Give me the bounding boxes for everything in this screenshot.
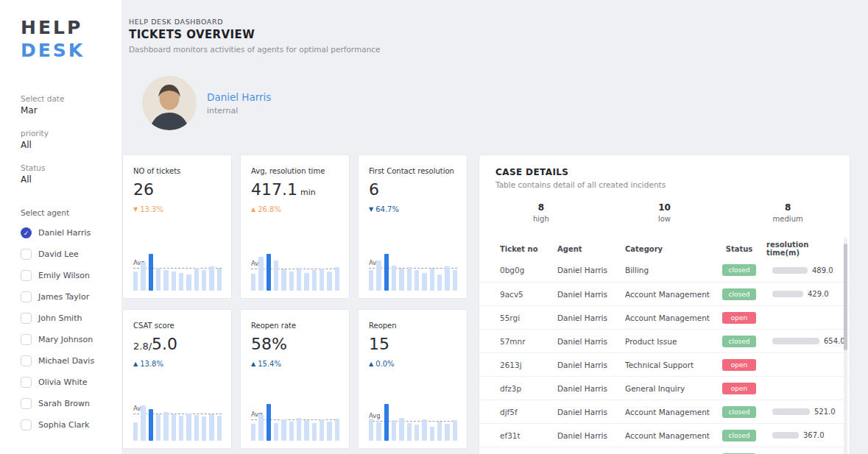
- kpi-value: 417.1: [251, 180, 297, 199]
- priority-summary-item: 8 high: [479, 202, 603, 223]
- agent-checkbox[interactable]: [21, 419, 32, 430]
- kpi-title: Avg, resolution time: [251, 167, 339, 175]
- agent-list-item[interactable]: Michael Davis: [21, 355, 114, 366]
- sidebar: HELP DESK Select date Mar priority All S…: [0, 0, 121, 454]
- col-resolution-time: resolution time(m): [766, 241, 841, 257]
- kpi-grid: NO of tickets 26 ▼ 13.3% Avg Avg, resolu…: [122, 155, 467, 449]
- cell-agent: Daniel Harris: [557, 431, 625, 440]
- cell-category: Product Issue: [625, 337, 712, 346]
- chart-bar: [274, 423, 278, 441]
- delta-label: 26.8%: [258, 205, 281, 213]
- kpi-value-row: 2.8/ 5.0: [133, 335, 222, 353]
- table-row[interactable]: 55rgi Daniel Harris Account Management o…: [479, 305, 850, 329]
- agent-name: Sophia Clark: [38, 420, 89, 430]
- delta-up-icon: ▲: [369, 361, 373, 367]
- chart-bar: [414, 270, 419, 291]
- table-row[interactable]: 0bg0g Daniel Harris Billing closed 489.0: [479, 258, 850, 282]
- agent-name: Mary Johnson: [38, 335, 93, 344]
- table-row[interactable]: djf5f Daniel Harris Account Management c…: [479, 400, 850, 423]
- delta-label: 13.3%: [140, 205, 163, 213]
- agent-list-item[interactable]: Sophia Clark: [21, 419, 114, 430]
- table-row[interactable]: 57mnr Daniel Harris Product Issue closed…: [479, 329, 850, 352]
- kpi-value-row: 417.1 min: [251, 180, 339, 199]
- status-badge: open: [722, 359, 756, 371]
- table-row[interactable]: ef31t Daniel Harris Account Management c…: [479, 423, 850, 447]
- cell-category: Account Management: [625, 290, 712, 299]
- chart-bar: [133, 422, 138, 441]
- agent-profile: Daniel Harris internal: [142, 76, 271, 130]
- agent-checkbox[interactable]: [21, 291, 32, 302]
- resolution-time-value: 489.0: [812, 266, 833, 274]
- chart-bar: [414, 425, 419, 441]
- cell-category: Billing: [625, 266, 712, 274]
- col-agent: Agent: [557, 245, 625, 253]
- cell-agent: Daniel Harris: [557, 290, 625, 299]
- cell-agent: Daniel Harris: [557, 408, 625, 416]
- agent-checkbox[interactable]: [21, 313, 32, 324]
- kpi-value-prefix: 2.8/: [133, 341, 152, 352]
- kpi-value-row: 6: [369, 180, 457, 199]
- table-row[interactable]: 9acv5 Daniel Harris Account Management c…: [479, 282, 850, 305]
- cell-category: Account Management: [625, 408, 712, 416]
- agent-list-item[interactable]: John Smith: [21, 313, 114, 324]
- chart-bar: [453, 270, 457, 291]
- status-badge: closed: [722, 430, 756, 441]
- kpi-delta: ▼ 64.7%: [369, 205, 457, 213]
- chart-bars: [251, 248, 339, 291]
- logo-desk: DESK: [21, 39, 114, 62]
- agent-list-item[interactable]: James Taylor: [21, 291, 114, 302]
- kpi-title: Reopen: [369, 322, 457, 330]
- sidebar-filter: Select date Mar: [21, 94, 114, 116]
- chart-bar: [399, 269, 403, 291]
- cell-resolution-time: 367.0: [766, 431, 841, 439]
- status-badge: closed: [722, 288, 756, 300]
- agent-checkbox[interactable]: ✓: [21, 227, 32, 238]
- logo: HELP DESK: [21, 16, 114, 62]
- priority-summary-item: 8 medium: [726, 202, 850, 223]
- chart-bar: [392, 266, 396, 291]
- case-details-title: CASE DETAILS: [479, 167, 850, 177]
- agent-checkbox[interactable]: [21, 398, 32, 409]
- filter-value-dropdown[interactable]: All: [21, 140, 114, 150]
- chart-bar: [407, 423, 412, 441]
- cell-ticket-no: 9acv5: [500, 290, 557, 299]
- agent-list-item[interactable]: David Lee: [21, 249, 114, 260]
- status-badge: open: [722, 383, 756, 394]
- agent-list: ✓ Daniel Harris David Lee Emily Wilson J…: [21, 227, 114, 430]
- agent-name: John Smith: [38, 313, 82, 323]
- priority-count: 10: [603, 202, 727, 213]
- filter-value-dropdown[interactable]: All: [21, 174, 114, 185]
- chart-bar-highlight: [149, 409, 153, 441]
- sidebar-filter: priority All: [21, 129, 114, 150]
- table-scrollbar-track[interactable]: [844, 238, 847, 454]
- chart-bar: [209, 266, 214, 291]
- agent-list-item[interactable]: Emily Wilson: [21, 270, 114, 281]
- agent-list-item[interactable]: Mary Johnson: [21, 334, 114, 345]
- chart-bar: [335, 267, 339, 291]
- agent-checkbox[interactable]: [21, 334, 32, 345]
- chart-bar: [376, 422, 381, 441]
- agent-list-item[interactable]: ✓ Daniel Harris: [21, 227, 114, 238]
- agent-list-item[interactable]: Sarah Brown: [21, 398, 114, 409]
- status-badge: closed: [722, 336, 756, 347]
- kpi-value: 58%: [251, 335, 287, 353]
- agent-name: Emily Wilson: [38, 271, 90, 280]
- agent-checkbox[interactable]: [21, 377, 32, 388]
- agent-checkbox[interactable]: [21, 270, 32, 281]
- priority-count: 8: [726, 202, 850, 213]
- table-scrollbar-thumb[interactable]: [844, 244, 847, 350]
- agent-checkbox[interactable]: [21, 249, 32, 260]
- chart-bar: [445, 266, 449, 291]
- agent-list-item[interactable]: Olivia White: [21, 377, 114, 388]
- filter-value-dropdown[interactable]: Mar: [21, 105, 114, 116]
- status-badge: closed: [722, 406, 756, 418]
- table-row[interactable]: Daniel Harris Billing closed 421.0: [479, 447, 850, 454]
- chart-bar-highlight: [267, 404, 271, 441]
- agent-checkbox[interactable]: [21, 355, 32, 366]
- chart-bar: [422, 273, 426, 291]
- chart-bar: [407, 267, 412, 291]
- table-row[interactable]: 2613j Daniel Harris Technical Support op…: [479, 352, 850, 376]
- kpi-card: Reopen 15 ▲ 0.0% Avg: [358, 309, 467, 449]
- kpi-value-row: 58%: [251, 335, 339, 353]
- table-row[interactable]: dfz3p Daniel Harris General Inquiry open: [479, 376, 850, 400]
